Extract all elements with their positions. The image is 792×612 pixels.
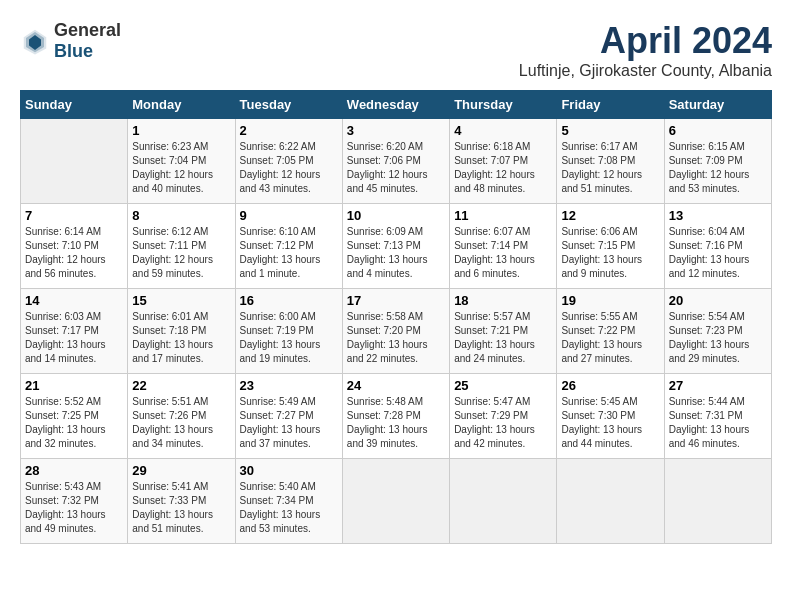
day-info: Sunrise: 5:49 AM Sunset: 7:27 PM Dayligh… [240, 395, 338, 451]
calendar-cell: 4Sunrise: 6:18 AM Sunset: 7:07 PM Daylig… [450, 119, 557, 204]
day-info: Sunrise: 5:54 AM Sunset: 7:23 PM Dayligh… [669, 310, 767, 366]
logo-general: General [54, 20, 121, 40]
day-number: 13 [669, 208, 767, 223]
day-number: 7 [25, 208, 123, 223]
calendar-cell: 26Sunrise: 5:45 AM Sunset: 7:30 PM Dayli… [557, 374, 664, 459]
calendar-cell: 1Sunrise: 6:23 AM Sunset: 7:04 PM Daylig… [128, 119, 235, 204]
calendar-cell: 12Sunrise: 6:06 AM Sunset: 7:15 PM Dayli… [557, 204, 664, 289]
calendar-cell: 19Sunrise: 5:55 AM Sunset: 7:22 PM Dayli… [557, 289, 664, 374]
calendar-cell [664, 459, 771, 544]
calendar-cell: 16Sunrise: 6:00 AM Sunset: 7:19 PM Dayli… [235, 289, 342, 374]
day-number: 24 [347, 378, 445, 393]
day-info: Sunrise: 5:51 AM Sunset: 7:26 PM Dayligh… [132, 395, 230, 451]
day-number: 9 [240, 208, 338, 223]
day-number: 5 [561, 123, 659, 138]
calendar-cell: 27Sunrise: 5:44 AM Sunset: 7:31 PM Dayli… [664, 374, 771, 459]
day-number: 10 [347, 208, 445, 223]
day-number: 19 [561, 293, 659, 308]
day-info: Sunrise: 5:45 AM Sunset: 7:30 PM Dayligh… [561, 395, 659, 451]
day-info: Sunrise: 5:58 AM Sunset: 7:20 PM Dayligh… [347, 310, 445, 366]
calendar-cell [557, 459, 664, 544]
day-info: Sunrise: 5:47 AM Sunset: 7:29 PM Dayligh… [454, 395, 552, 451]
day-number: 30 [240, 463, 338, 478]
logo-text: General Blue [54, 20, 121, 62]
day-info: Sunrise: 6:15 AM Sunset: 7:09 PM Dayligh… [669, 140, 767, 196]
calendar-header-tuesday: Tuesday [235, 91, 342, 119]
month-title: April 2024 [519, 20, 772, 62]
day-info: Sunrise: 6:20 AM Sunset: 7:06 PM Dayligh… [347, 140, 445, 196]
day-info: Sunrise: 6:01 AM Sunset: 7:18 PM Dayligh… [132, 310, 230, 366]
day-number: 16 [240, 293, 338, 308]
day-number: 11 [454, 208, 552, 223]
calendar-cell [450, 459, 557, 544]
calendar-week-row: 21Sunrise: 5:52 AM Sunset: 7:25 PM Dayli… [21, 374, 772, 459]
day-number: 1 [132, 123, 230, 138]
calendar-header-sunday: Sunday [21, 91, 128, 119]
day-number: 22 [132, 378, 230, 393]
calendar-cell: 23Sunrise: 5:49 AM Sunset: 7:27 PM Dayli… [235, 374, 342, 459]
day-info: Sunrise: 5:40 AM Sunset: 7:34 PM Dayligh… [240, 480, 338, 536]
day-number: 14 [25, 293, 123, 308]
day-info: Sunrise: 5:44 AM Sunset: 7:31 PM Dayligh… [669, 395, 767, 451]
day-info: Sunrise: 6:12 AM Sunset: 7:11 PM Dayligh… [132, 225, 230, 281]
day-info: Sunrise: 6:00 AM Sunset: 7:19 PM Dayligh… [240, 310, 338, 366]
day-info: Sunrise: 6:10 AM Sunset: 7:12 PM Dayligh… [240, 225, 338, 281]
calendar-cell: 13Sunrise: 6:04 AM Sunset: 7:16 PM Dayli… [664, 204, 771, 289]
day-info: Sunrise: 6:17 AM Sunset: 7:08 PM Dayligh… [561, 140, 659, 196]
calendar-cell: 9Sunrise: 6:10 AM Sunset: 7:12 PM Daylig… [235, 204, 342, 289]
day-info: Sunrise: 5:55 AM Sunset: 7:22 PM Dayligh… [561, 310, 659, 366]
day-number: 25 [454, 378, 552, 393]
day-number: 23 [240, 378, 338, 393]
day-info: Sunrise: 5:43 AM Sunset: 7:32 PM Dayligh… [25, 480, 123, 536]
calendar-cell: 25Sunrise: 5:47 AM Sunset: 7:29 PM Dayli… [450, 374, 557, 459]
day-info: Sunrise: 6:04 AM Sunset: 7:16 PM Dayligh… [669, 225, 767, 281]
calendar-cell: 5Sunrise: 6:17 AM Sunset: 7:08 PM Daylig… [557, 119, 664, 204]
calendar-week-row: 7Sunrise: 6:14 AM Sunset: 7:10 PM Daylig… [21, 204, 772, 289]
calendar-header-row: SundayMondayTuesdayWednesdayThursdayFrid… [21, 91, 772, 119]
calendar-week-row: 14Sunrise: 6:03 AM Sunset: 7:17 PM Dayli… [21, 289, 772, 374]
calendar-cell: 29Sunrise: 5:41 AM Sunset: 7:33 PM Dayli… [128, 459, 235, 544]
day-number: 21 [25, 378, 123, 393]
day-number: 2 [240, 123, 338, 138]
day-info: Sunrise: 6:22 AM Sunset: 7:05 PM Dayligh… [240, 140, 338, 196]
day-number: 4 [454, 123, 552, 138]
day-number: 18 [454, 293, 552, 308]
calendar-cell: 8Sunrise: 6:12 AM Sunset: 7:11 PM Daylig… [128, 204, 235, 289]
day-number: 27 [669, 378, 767, 393]
day-number: 26 [561, 378, 659, 393]
day-number: 3 [347, 123, 445, 138]
day-number: 15 [132, 293, 230, 308]
calendar-cell: 18Sunrise: 5:57 AM Sunset: 7:21 PM Dayli… [450, 289, 557, 374]
logo-icon [20, 26, 50, 56]
day-info: Sunrise: 6:14 AM Sunset: 7:10 PM Dayligh… [25, 225, 123, 281]
title-block: April 2024 Luftinje, Gjirokaster County,… [519, 20, 772, 80]
calendar-cell: 11Sunrise: 6:07 AM Sunset: 7:14 PM Dayli… [450, 204, 557, 289]
calendar-header-friday: Friday [557, 91, 664, 119]
calendar-cell [342, 459, 449, 544]
calendar-cell: 22Sunrise: 5:51 AM Sunset: 7:26 PM Dayli… [128, 374, 235, 459]
calendar-cell: 2Sunrise: 6:22 AM Sunset: 7:05 PM Daylig… [235, 119, 342, 204]
day-info: Sunrise: 6:03 AM Sunset: 7:17 PM Dayligh… [25, 310, 123, 366]
day-info: Sunrise: 6:09 AM Sunset: 7:13 PM Dayligh… [347, 225, 445, 281]
day-number: 6 [669, 123, 767, 138]
calendar-cell: 30Sunrise: 5:40 AM Sunset: 7:34 PM Dayli… [235, 459, 342, 544]
day-number: 8 [132, 208, 230, 223]
logo: General Blue [20, 20, 121, 62]
calendar-table: SundayMondayTuesdayWednesdayThursdayFrid… [20, 90, 772, 544]
calendar-cell [21, 119, 128, 204]
calendar-cell: 21Sunrise: 5:52 AM Sunset: 7:25 PM Dayli… [21, 374, 128, 459]
day-number: 17 [347, 293, 445, 308]
day-info: Sunrise: 5:57 AM Sunset: 7:21 PM Dayligh… [454, 310, 552, 366]
day-info: Sunrise: 5:41 AM Sunset: 7:33 PM Dayligh… [132, 480, 230, 536]
calendar-cell: 24Sunrise: 5:48 AM Sunset: 7:28 PM Dayli… [342, 374, 449, 459]
location-title: Luftinje, Gjirokaster County, Albania [519, 62, 772, 80]
calendar-cell: 3Sunrise: 6:20 AM Sunset: 7:06 PM Daylig… [342, 119, 449, 204]
calendar-cell: 20Sunrise: 5:54 AM Sunset: 7:23 PM Dayli… [664, 289, 771, 374]
calendar-header-wednesday: Wednesday [342, 91, 449, 119]
logo-blue: Blue [54, 41, 93, 61]
calendar-cell: 7Sunrise: 6:14 AM Sunset: 7:10 PM Daylig… [21, 204, 128, 289]
calendar-week-row: 1Sunrise: 6:23 AM Sunset: 7:04 PM Daylig… [21, 119, 772, 204]
calendar-cell: 15Sunrise: 6:01 AM Sunset: 7:18 PM Dayli… [128, 289, 235, 374]
day-number: 20 [669, 293, 767, 308]
day-info: Sunrise: 6:23 AM Sunset: 7:04 PM Dayligh… [132, 140, 230, 196]
